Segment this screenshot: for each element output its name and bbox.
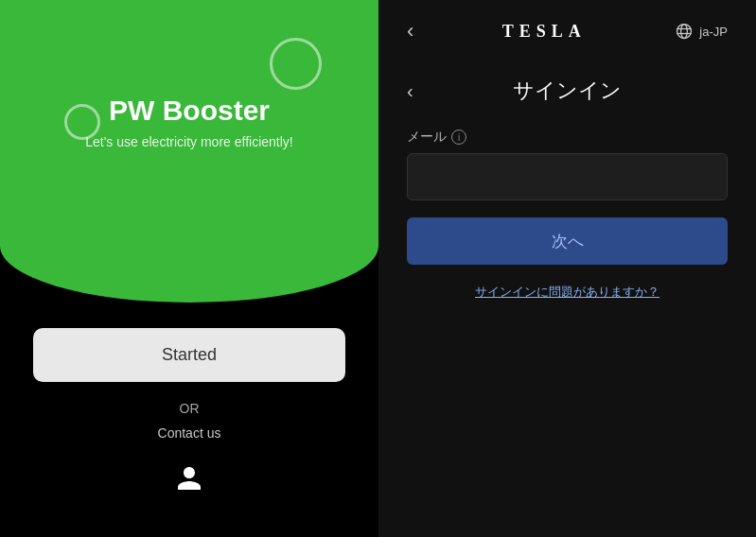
right-panel: ‹ TESLA ja-JP ‹ サインイン メール i 次へ サインインに問題が… — [378, 0, 756, 537]
app-subtitle: Let's use electricity more efficiently! — [0, 134, 378, 149]
language-selector[interactable]: ja-JP — [675, 22, 728, 41]
signin-header: ‹ サインイン — [407, 77, 728, 105]
app-title: PW Booster — [0, 95, 378, 127]
signin-back-button[interactable]: ‹ — [407, 80, 413, 102]
green-background — [0, 0, 378, 303]
contact-us-link[interactable]: Contact us — [158, 425, 221, 441]
email-field-label: メール i — [407, 129, 728, 146]
circle-decoration-large — [270, 38, 322, 90]
email-input[interactable] — [407, 153, 728, 200]
language-label: ja-JP — [699, 25, 728, 39]
started-button[interactable]: Started — [33, 328, 345, 382]
top-back-button[interactable]: ‹ — [407, 19, 413, 43]
tesla-logo: TESLA — [502, 22, 587, 42]
svg-point-0 — [677, 25, 692, 39]
email-info-icon[interactable]: i — [451, 130, 466, 145]
trouble-signin-link[interactable]: サインインに問題がありますか？ — [407, 284, 728, 301]
next-button[interactable]: 次へ — [407, 217, 728, 265]
app-branding: PW Booster Let's use electricity more ef… — [0, 95, 378, 149]
top-bar: ‹ TESLA ja-JP — [407, 0, 728, 58]
or-divider: OR — [180, 401, 200, 416]
svg-point-1 — [681, 25, 688, 39]
left-panel: PW Booster Let's use electricity more ef… — [0, 0, 378, 537]
signin-title: サインイン — [513, 77, 622, 105]
account-icon[interactable] — [175, 464, 203, 499]
globe-icon — [675, 22, 694, 41]
